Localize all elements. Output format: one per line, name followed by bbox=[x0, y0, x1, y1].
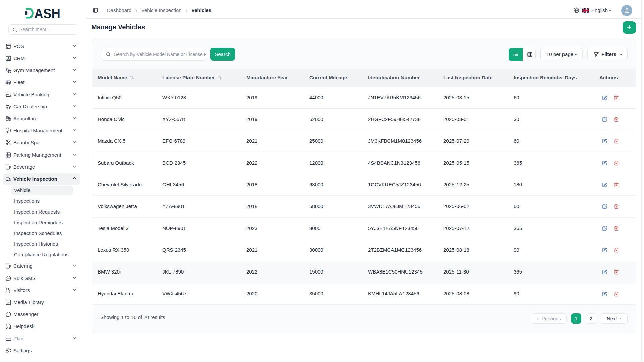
svg-text:ASH: ASH bbox=[34, 6, 60, 21]
